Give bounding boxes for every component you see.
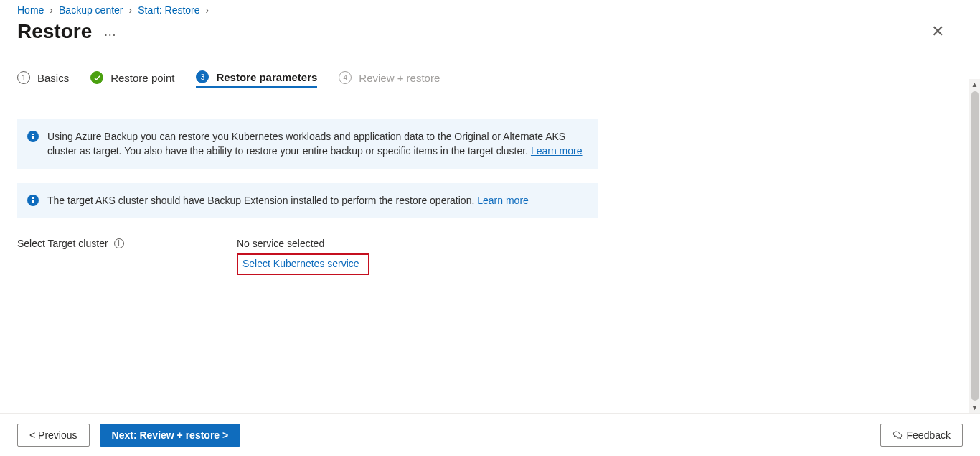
vertical-scrollbar[interactable]: ▲ ▼ <box>969 79 980 413</box>
wizard-steps: 1 Basics Restore point 3 Restore paramet… <box>17 70 950 88</box>
info-text: The target AKS cluster should have Backu… <box>47 193 529 208</box>
page-title: Restore <box>17 20 92 43</box>
info-text: Using Azure Backup you can restore you K… <box>47 129 585 159</box>
step-label: Basics <box>37 72 69 84</box>
learn-more-link[interactable]: Learn more <box>477 195 529 206</box>
svg-rect-2 <box>32 134 34 135</box>
main-content: Home › Backup center › Start: Restore › … <box>0 0 967 413</box>
step-restore-point[interactable]: Restore point <box>90 71 174 87</box>
step-number-icon: 4 <box>339 71 352 84</box>
scrollbar-thumb[interactable] <box>971 91 979 401</box>
svg-rect-5 <box>32 197 34 199</box>
wizard-footer: < Previous Next: Review + restore > Feed… <box>0 413 980 456</box>
step-label: Restore point <box>110 72 174 84</box>
breadcrumb: Home › Backup center › Start: Restore › <box>17 4 950 16</box>
next-review-restore-button[interactable]: Next: Review + restore > <box>100 424 241 447</box>
close-icon[interactable]: ✕ <box>931 24 944 39</box>
select-kubernetes-service-link[interactable]: Select Kubernetes service <box>242 258 359 269</box>
svg-rect-1 <box>32 136 34 139</box>
step-label: Restore parameters <box>216 71 317 83</box>
info-box-backup-description: Using Azure Backup you can restore you K… <box>17 119 598 169</box>
more-actions-icon[interactable]: … <box>103 24 118 39</box>
breadcrumb-start-restore[interactable]: Start: Restore <box>138 4 199 16</box>
step-number-icon: 1 <box>17 71 30 84</box>
field-value-status: No service selected <box>237 238 369 249</box>
step-review-restore: 4 Review + restore <box>339 71 440 87</box>
breadcrumb-backup-center[interactable]: Backup center <box>59 4 123 16</box>
scroll-up-icon[interactable]: ▲ <box>971 79 979 90</box>
step-number-icon: 3 <box>196 70 209 83</box>
feedback-label: Feedback <box>907 429 951 441</box>
chevron-right-icon: › <box>50 4 53 16</box>
info-text-body: The target AKS cluster should have Backu… <box>47 195 477 206</box>
info-icon <box>27 131 39 142</box>
step-basics[interactable]: 1 Basics <box>17 71 69 87</box>
info-text-body: Using Azure Backup you can restore you K… <box>47 131 565 157</box>
feedback-icon <box>892 430 903 440</box>
step-restore-parameters[interactable]: 3 Restore parameters <box>196 70 317 88</box>
svg-rect-4 <box>32 200 34 203</box>
select-kubernetes-highlight: Select Kubernetes service <box>237 253 369 275</box>
chevron-right-icon: › <box>129 4 133 16</box>
previous-button[interactable]: < Previous <box>17 424 90 447</box>
feedback-button[interactable]: Feedback <box>880 424 963 447</box>
info-icon <box>27 195 39 206</box>
scroll-down-icon[interactable]: ▼ <box>971 402 979 413</box>
step-label: Review + restore <box>359 72 440 84</box>
breadcrumb-home[interactable]: Home <box>17 4 44 16</box>
check-icon <box>90 71 103 84</box>
info-box-extension-required: The target AKS cluster should have Backu… <box>17 183 598 218</box>
help-icon[interactable]: i <box>114 238 124 248</box>
learn-more-link[interactable]: Learn more <box>531 145 583 157</box>
page-title-row: Restore … ✕ <box>17 20 950 43</box>
chevron-right-icon: › <box>206 4 209 16</box>
field-label: Select Target cluster <box>17 238 108 249</box>
field-target-cluster: Select Target cluster i No service selec… <box>17 238 950 275</box>
